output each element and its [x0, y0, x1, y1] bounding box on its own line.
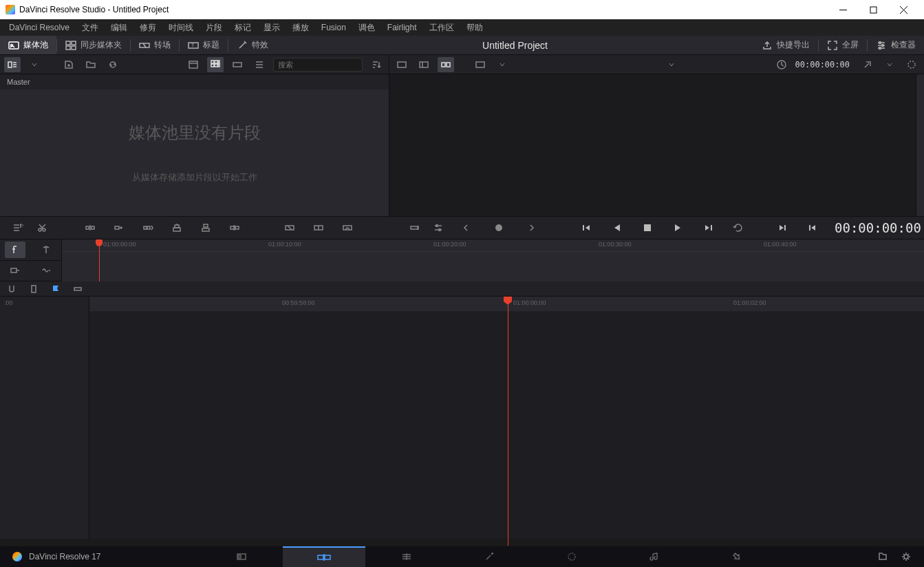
- metadata-view-button[interactable]: [185, 57, 202, 72]
- menu-davinci[interactable]: DaVinci Resolve: [3, 19, 76, 36]
- cut-button[interactable]: [310, 220, 327, 236]
- bypass-grades-button[interactable]: [859, 57, 876, 72]
- split-clip-button[interactable]: [34, 220, 51, 236]
- locked-playhead-button[interactable]: [5, 242, 25, 258]
- viewer-options-button[interactable]: [472, 57, 488, 72]
- close-up-button[interactable]: [169, 220, 185, 236]
- smooth-cut-button[interactable]: [339, 220, 356, 236]
- home-button[interactable]: DaVinci Resolve 17: [0, 552, 114, 561]
- titles-panel-button[interactable]: T 标题: [180, 36, 228, 54]
- menu-playback[interactable]: 播放: [286, 19, 315, 36]
- tools-button[interactable]: [407, 220, 423, 236]
- media-pool-breadcrumb[interactable]: Master: [0, 74, 389, 89]
- viewer-source-button[interactable]: [416, 57, 432, 72]
- audio-track-button[interactable]: [36, 262, 56, 279]
- free-playhead-button[interactable]: [36, 242, 56, 258]
- fast-review-prev-button[interactable]: [460, 220, 477, 236]
- jump-last-button[interactable]: [700, 220, 716, 236]
- place-on-top-button[interactable]: [197, 220, 214, 236]
- media-page-button[interactable]: [200, 546, 283, 567]
- transitions-panel-button[interactable]: 转场: [131, 36, 179, 54]
- dissolve-button[interactable]: [281, 220, 298, 236]
- bin-list-button[interactable]: [4, 57, 21, 72]
- edit-page-button[interactable]: [365, 546, 448, 567]
- strip-view-button[interactable]: [229, 57, 246, 72]
- list-view-button[interactable]: [251, 57, 268, 72]
- video-track-button[interactable]: [5, 262, 25, 279]
- svg-rect-59: [230, 226, 234, 229]
- menu-file[interactable]: 文件: [76, 19, 105, 36]
- search-input[interactable]: [273, 58, 363, 72]
- inspector-button[interactable]: 检查器: [868, 36, 924, 54]
- viewer-panel[interactable]: [389, 74, 916, 216]
- menu-color[interactable]: 调色: [352, 19, 381, 36]
- effects-panel-button[interactable]: 特效: [228, 36, 277, 54]
- timeline-resolution-dropdown[interactable]: [663, 57, 680, 72]
- sync-bin-panel-button[interactable]: 同步媒体夹: [57, 36, 130, 54]
- menu-clip[interactable]: 片段: [200, 19, 228, 36]
- color-page-button[interactable]: [530, 546, 613, 567]
- snap-button[interactable]: [6, 283, 18, 295]
- bin-dropdown-button[interactable]: [26, 57, 43, 72]
- deliver-page-button[interactable]: [696, 546, 778, 567]
- thumbnail-view-button[interactable]: [207, 57, 224, 72]
- window-maximize-button[interactable]: [858, 0, 888, 19]
- boring-detector-button[interactable]: zz: [10, 220, 26, 236]
- menu-fairlight[interactable]: Fairlight: [381, 19, 423, 36]
- audio-sync-button[interactable]: [72, 283, 84, 295]
- cut-page-button[interactable]: [283, 546, 365, 567]
- play-button[interactable]: [669, 220, 686, 236]
- menu-trim[interactable]: 修剪: [133, 19, 162, 36]
- fusion-page-button[interactable]: [448, 546, 530, 567]
- fast-review-next-button[interactable]: [521, 220, 537, 236]
- sort-button[interactable]: [368, 57, 385, 72]
- svg-rect-20: [8, 62, 12, 67]
- flag-button[interactable]: [50, 283, 62, 295]
- loop-button[interactable]: [730, 220, 746, 236]
- timecode-source-button[interactable]: [773, 57, 790, 72]
- jump-next-edit-button[interactable]: [774, 220, 791, 236]
- window-close-button[interactable]: [888, 0, 918, 19]
- sync-clips-button[interactable]: [105, 57, 121, 72]
- main-playhead[interactable]: [508, 297, 512, 546]
- media-pool-panel-button[interactable]: 媒体池: [0, 36, 56, 54]
- import-media-button[interactable]: [61, 57, 77, 72]
- menu-view[interactable]: 显示: [257, 19, 286, 36]
- mini-timeline-ruler[interactable]: 01:00:00:00 01:00:10:00 01:00:20:00 01:0…: [62, 239, 924, 252]
- mini-playhead[interactable]: [99, 239, 103, 281]
- import-folder-button[interactable]: [83, 57, 99, 72]
- viewer-options-dropdown[interactable]: [494, 57, 511, 72]
- project-manager-button[interactable]: [877, 551, 888, 562]
- play-reverse-button[interactable]: [609, 220, 625, 236]
- bypass-dropdown[interactable]: [881, 57, 898, 72]
- marker-button[interactable]: [28, 283, 40, 295]
- window-minimize-button[interactable]: [828, 0, 858, 19]
- smart-insert-button[interactable]: [82, 220, 98, 236]
- transport-timecode[interactable]: 00:00:00:00: [835, 220, 924, 235]
- fast-review-record-button[interactable]: [491, 220, 507, 236]
- append-button[interactable]: [111, 220, 127, 236]
- mini-timeline[interactable]: 01:00:00:00 01:00:10:00 01:00:20:00 01:0…: [62, 239, 924, 281]
- menu-help[interactable]: 帮助: [460, 19, 489, 36]
- quick-export-button[interactable]: 快捷导出: [753, 36, 818, 54]
- viewer-timeline-button[interactable]: [438, 57, 454, 72]
- viewer-sourcetape-button[interactable]: [394, 57, 410, 72]
- menu-timeline[interactable]: 时间线: [162, 19, 200, 36]
- stop-button[interactable]: [639, 220, 656, 236]
- jump-first-button[interactable]: [579, 220, 595, 236]
- sliders-button[interactable]: [430, 220, 447, 236]
- sync-bin-label: 同步媒体夹: [80, 39, 122, 51]
- menu-fusion[interactable]: Fusion: [315, 19, 352, 36]
- fullscreen-button[interactable]: 全屏: [819, 36, 867, 54]
- menu-edit[interactable]: 编辑: [105, 19, 133, 36]
- jump-prev-edit-button[interactable]: [804, 220, 821, 236]
- source-overwrite-button[interactable]: [226, 220, 243, 236]
- timeline-tracks-area[interactable]: 00:59:58:00 01:00:00:00 01:00:02:00: [89, 297, 924, 539]
- color-science-button[interactable]: [903, 57, 920, 72]
- fairlight-page-button[interactable]: [613, 546, 696, 567]
- viewer-timecode[interactable]: 00:00:00:00: [795, 60, 850, 69]
- ripple-overwrite-button[interactable]: [140, 220, 156, 236]
- project-settings-button[interactable]: [901, 551, 912, 562]
- menu-workspace[interactable]: 工作区: [423, 19, 460, 36]
- menu-mark[interactable]: 标记: [228, 19, 257, 36]
